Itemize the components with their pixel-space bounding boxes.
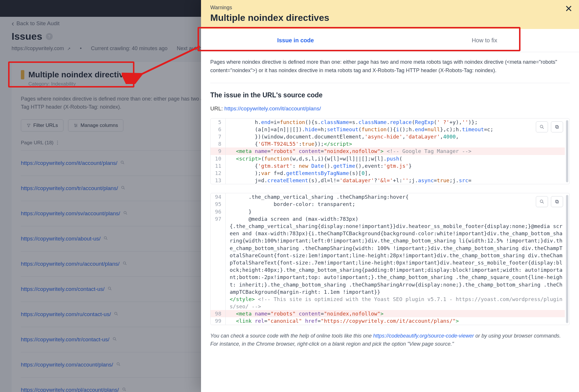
line-number: 11 [211,162,226,169]
line-content: h.end=i=function(){s.className=s.classNa… [226,118,565,126]
line-number: 7 [211,133,226,140]
code-content: 94 .the_champ_vertical_sharing .theChamp… [211,193,565,324]
panel-title: Multiple noindex directives [210,12,570,23]
line-content: <meta name="robots" content="noindex,nof… [226,310,565,317]
line-number: 94 [211,193,226,200]
code-search-button[interactable] [536,121,548,132]
code-line: 95 border-color: transparent; [211,200,565,208]
code-content: 5 h.end=i=function(){s.className=s.class… [211,118,565,184]
example-url-link[interactable]: https://copywritely.com/it/account/plans… [224,105,321,112]
svg-rect-17 [556,201,558,203]
scrollbar[interactable] [566,195,568,323]
line-content: {'gtm.start': new Date().getTime(),event… [226,162,565,169]
divider [210,83,570,83]
line-content: j=d.createElement(s),dl=l!='dataLayer'?'… [226,177,565,184]
code-line: 6 (a[n]=a[n]||[]).hide=h;setTimeout(func… [211,126,565,133]
code-line: 94 .the_champ_vertical_sharing .theChamp… [211,193,565,200]
copy-icon [554,199,560,204]
line-content: } [226,208,565,215]
code-block-2: 94 .the_champ_vertical_sharing .theChamp… [210,193,570,325]
code-line: 11 {'gtm.start': new Date().getTime(),ev… [211,162,565,169]
line-content: .the_champ_vertical_sharing .theChampSha… [226,193,565,200]
line-content: })(window,document.documentElement,'asyn… [226,133,565,140]
code-copy-button[interactable] [551,196,563,207]
line-number: 6 [211,126,226,133]
panel-header: ✕ Warnings Multiple noindex directives [201,0,579,29]
line-content: {'GTM-T924L55':true});</script> [226,140,565,147]
code-viewer-link[interactable]: https://codebeautify.org/source-code-vie… [373,333,474,339]
code-line: 7 })(window,document.documentElement,'as… [211,133,565,140]
line-number: 98 [211,310,226,317]
code-line: 9 <meta name="robots" content="noindex,n… [211,147,565,155]
panel-tabs: Issue in code How to fix [201,29,579,52]
line-content: <script>(function(w,d,s,l,i){w[l]=w[l]||… [226,155,565,162]
code-copy-button[interactable] [551,121,563,132]
scrollbar[interactable] [566,120,568,183]
svg-rect-18 [556,200,558,203]
code-line: 8 {'GTM-T924L55':true});</script> [211,140,565,147]
search-icon [539,199,545,204]
line-number: 8 [211,140,226,147]
code-line: 97 @media screen and (max-width:783px){.… [211,215,565,310]
code-line: 96 } [211,208,565,215]
tab-issue-in-code[interactable]: Issue in code [201,29,390,52]
svg-point-16 [540,200,543,203]
line-number: 5 [211,118,226,126]
code-search-button[interactable] [536,196,548,207]
line-number: 97 [211,215,226,310]
line-content: border-color: transparent; [226,200,565,208]
line-content: <meta name="robots" content="noindex,nof… [226,147,565,155]
svg-rect-14 [556,126,558,128]
line-number: 9 [211,147,226,155]
line-content: (a[n]=a[n]||[]).hide=h;setTimeout(functi… [226,126,565,133]
code-block-1: 5 h.end=i=function(){s.className=s.class… [210,118,570,185]
code-line: 12 );var f=d.getElementsByTagName(s)[0], [211,169,565,177]
close-icon[interactable]: ✕ [565,4,573,13]
line-number: 95 [211,200,226,208]
line-number: 99 [211,317,226,324]
code-line: 99 <link rel="canonical" href="https://c… [211,317,565,324]
line-number: 10 [211,155,226,162]
svg-point-13 [540,125,543,128]
code-line: 13 j=d.createElement(s),dl=l!='dataLayer… [211,177,565,184]
line-number: 13 [211,177,226,184]
code-line: 5 h.end=i=function(){s.className=s.class… [211,118,565,126]
line-content: <link rel="canonical" href="https://copy… [226,317,565,324]
svg-rect-15 [556,125,558,127]
footer-note: You can check a source code with the hel… [210,332,570,348]
code-line: 98 <meta name="robots" content="noindex,… [211,310,565,317]
line-content: );var f=d.getElementsByTagName(s)[0], [226,169,565,177]
section-title: The issue in the URL's source code [210,91,570,99]
line-content: @media screen and (max-width:783px){.the… [226,215,565,310]
copy-icon [554,124,560,130]
line-number: 12 [211,169,226,177]
issue-detail-panel: ✕ Warnings Multiple noindex directives I… [201,0,579,392]
code-line: 10 <script>(function(w,d,s,l,i){w[l]=w[l… [211,155,565,162]
tab-how-to-fix[interactable]: How to fix [390,29,579,52]
line-number: 96 [211,208,226,215]
panel-lead: Pages where noindex directive is defined… [210,58,570,75]
panel-kicker: Warnings [210,5,570,11]
url-line: URL: https://copywritely.com/it/account/… [210,105,570,112]
search-icon [539,124,545,130]
panel-body: Pages where noindex directive is defined… [201,52,579,392]
